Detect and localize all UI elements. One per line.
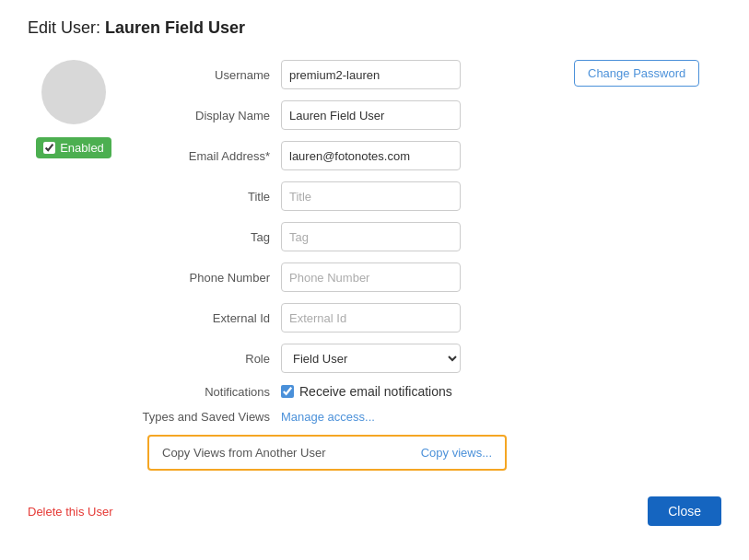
role-row: Role Field User Admin Manager Viewer <box>138 344 556 373</box>
phone-row: Phone Number <box>138 262 556 292</box>
email-row: Email Address* <box>138 141 556 170</box>
email-label: Email Address* <box>138 149 281 163</box>
delete-user-button[interactable]: Delete this User <box>28 505 112 519</box>
phone-input[interactable] <box>281 262 461 292</box>
notifications-checkbox-label: Receive email notifications <box>299 384 452 399</box>
tag-input[interactable] <box>281 222 461 251</box>
notifications-row: Notifications Receive email notification… <box>138 384 556 399</box>
title-row: Title <box>138 181 556 211</box>
notifications-checkbox-row: Receive email notifications <box>281 384 452 399</box>
manage-access-button[interactable]: Manage access... <box>281 410 375 424</box>
types-saved-views-label: Types and Saved Views <box>138 410 281 424</box>
display-name-input[interactable] <box>281 100 461 130</box>
right-panel: Change Password <box>574 60 721 471</box>
notifications-label: Notifications <box>138 385 281 399</box>
display-name-label: Display Name <box>138 109 281 122</box>
enabled-toggle[interactable]: Enabled <box>36 137 111 158</box>
email-input[interactable] <box>281 141 461 170</box>
copy-views-button[interactable]: Copy views... <box>421 446 492 460</box>
external-id-label: External Id <box>138 311 281 325</box>
external-id-input[interactable] <box>281 303 461 332</box>
page-title: Edit User: Lauren Field User <box>28 18 721 38</box>
tag-label: Tag <box>138 230 281 244</box>
form-panel: Username Display Name Email Address* Tit… <box>138 60 556 471</box>
phone-label: Phone Number <box>138 271 281 285</box>
left-panel: Enabled <box>28 60 120 471</box>
display-name-row: Display Name <box>138 100 556 130</box>
title-label: Title <box>138 190 281 204</box>
notifications-checkbox[interactable] <box>281 385 294 398</box>
close-button[interactable]: Close <box>648 496 721 526</box>
copy-views-label: Copy Views from Another User <box>162 446 421 460</box>
username-input[interactable] <box>281 60 461 89</box>
external-id-row: External Id <box>138 303 556 332</box>
copy-views-box: Copy Views from Another User Copy views.… <box>147 435 507 471</box>
username-row: Username <box>138 60 556 89</box>
role-select[interactable]: Field User Admin Manager Viewer <box>281 344 461 373</box>
enabled-checkbox[interactable] <box>43 142 55 154</box>
types-saved-views-row: Types and Saved Views Manage access... <box>138 410 556 424</box>
username-label: Username <box>138 68 281 82</box>
tag-row: Tag <box>138 222 556 251</box>
avatar <box>41 60 106 124</box>
title-input[interactable] <box>281 181 461 211</box>
change-password-button[interactable]: Change Password <box>574 60 699 87</box>
footer: Delete this User Close <box>28 496 721 526</box>
role-label: Role <box>138 352 281 366</box>
